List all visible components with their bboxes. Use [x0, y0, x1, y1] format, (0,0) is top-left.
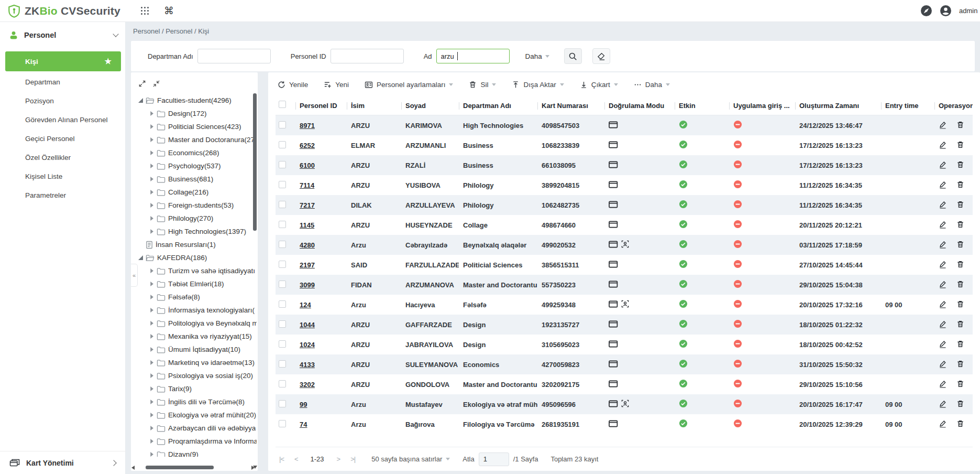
export-button[interactable]: Dışa Aktar — [512, 81, 564, 89]
delete-icon[interactable] — [956, 220, 964, 229]
tree-node[interactable]: Turizm və sahə iqtisadiyyatı — [136, 264, 257, 277]
edit-icon[interactable] — [939, 200, 947, 209]
tree-node[interactable]: Politicial Sciences(423) — [136, 120, 257, 133]
explore-compass-icon[interactable] — [920, 5, 932, 17]
jump-page-input[interactable] — [479, 453, 509, 466]
table-row[interactable]: 7114ARZUYUSIBOVAPhilology389920481511/12… — [276, 175, 973, 195]
table-row[interactable]: 3202ARZUGONDOLOVAMaster and Doctorantu32… — [276, 374, 973, 394]
delete-icon[interactable] — [956, 121, 964, 129]
table-row[interactable]: 7217DILAKARZULLAYEVAPhilology10624827351… — [276, 195, 973, 215]
edit-icon[interactable] — [939, 320, 947, 328]
edit-icon[interactable] — [939, 400, 947, 408]
table-row[interactable]: 8971ARZUKARIMOVAHigh Technologies4098547… — [276, 115, 973, 135]
personnel-id-link[interactable]: 99 — [300, 401, 307, 408]
column-header[interactable]: Uygulama giriş ... — [729, 101, 795, 111]
scroll-left-arrow-icon[interactable] — [131, 466, 135, 470]
row-checkbox[interactable] — [279, 380, 286, 387]
personnel-id-link[interactable]: 1145 — [300, 221, 314, 229]
tree-node[interactable]: Foreign-students(53) — [136, 199, 257, 212]
tree-node[interactable]: KAFEDRA(186) — [136, 251, 257, 264]
tree-node[interactable]: Design(172) — [136, 107, 257, 120]
edit-icon[interactable] — [939, 380, 947, 388]
table-row[interactable]: 6252ELMARARZUMANLIBusiness106823383917/1… — [276, 135, 973, 155]
edit-icon[interactable] — [939, 340, 947, 348]
tree-node[interactable]: İnformasiya texnologiyaları( — [136, 304, 257, 317]
delete-icon[interactable] — [956, 160, 964, 169]
table-row[interactable]: 1024ARZUJABRAYILOVADesign310569502318/10… — [276, 335, 973, 354]
extract-button[interactable]: Çıkart — [580, 81, 618, 89]
new-button[interactable]: Yeni — [324, 81, 349, 89]
tree-expander-icon[interactable] — [148, 334, 155, 339]
tree-node[interactable]: Psixologiya və sosial iş(20) — [136, 369, 257, 382]
sidebar-item[interactable]: Parametreler — [0, 186, 125, 204]
table-row[interactable]: 124ArzuHacıyevaFəlsəfə49925934820/10/202… — [276, 295, 973, 315]
tree-expander-icon[interactable] — [148, 321, 155, 326]
table-row[interactable]: 74ArzuBağırovaFilologiya və Tərcümə26819… — [276, 414, 973, 434]
personnel-id-link[interactable]: 8971 — [300, 122, 315, 130]
tree-expander-icon[interactable] — [148, 203, 155, 208]
tree-expander-icon[interactable] — [148, 400, 155, 404]
delete-icon[interactable] — [956, 340, 964, 348]
delete-icon[interactable] — [956, 419, 964, 428]
sidebar-module-card-management[interactable]: Kart Yönetimi — [0, 451, 125, 474]
table-row[interactable]: 1044ARZUGAFFARZADEDesign192313572718/10/… — [276, 315, 973, 335]
personnel-id-link[interactable]: 124 — [300, 301, 311, 309]
name-filter-input[interactable] — [436, 49, 510, 63]
tree-expander-icon[interactable] — [148, 111, 155, 116]
pager-prev-icon[interactable]: < — [292, 455, 301, 463]
tree-node[interactable]: Fəlsəfə(8) — [136, 290, 257, 304]
expand-all-icon[interactable] — [138, 80, 146, 90]
delete-icon[interactable] — [956, 200, 964, 209]
tree-expander-icon[interactable] — [137, 255, 144, 260]
user-avatar-icon[interactable] — [940, 5, 952, 17]
tree-node[interactable]: İngilis dili və Tərcümə(8) — [136, 395, 257, 408]
sidebar-item[interactable]: Departman — [0, 72, 125, 91]
personnel-id-link[interactable]: 4280 — [300, 241, 315, 249]
more-button[interactable]: Daha — [634, 81, 670, 89]
column-header[interactable]: Departman Adı — [459, 101, 537, 111]
sidebar-item[interactable]: Kişisel Liste — [0, 167, 125, 186]
tree-expander-icon[interactable] — [148, 137, 155, 142]
tree-node[interactable]: Economics(268) — [136, 146, 257, 159]
tree-expander-icon[interactable] — [148, 386, 155, 391]
tree-node[interactable]: Collage(216) — [136, 186, 257, 199]
edit-icon[interactable] — [939, 160, 947, 169]
pager-last-icon[interactable]: >| — [348, 455, 358, 463]
row-checkbox[interactable] — [279, 360, 286, 368]
username-label[interactable]: admin — [959, 7, 980, 15]
department-filter-input[interactable] — [197, 49, 271, 63]
row-checkbox[interactable] — [279, 221, 286, 228]
personnel-id-link[interactable]: 1044 — [300, 321, 315, 329]
favorite-star-icon[interactable]: ★ — [105, 57, 112, 66]
tree-horizontal-scrollbar[interactable] — [134, 465, 250, 470]
tree-node[interactable]: Politologiya və Beynəlxalq m — [136, 317, 257, 330]
pager-next-icon[interactable]: > — [334, 455, 343, 463]
sidebar-item[interactable]: Kişi★ — [5, 51, 121, 71]
tree-expander-icon[interactable] — [148, 216, 155, 221]
personnel-id-link[interactable]: 6100 — [300, 161, 315, 169]
row-checkbox[interactable] — [279, 161, 286, 168]
delete-icon[interactable] — [956, 320, 964, 328]
tree-node[interactable]: Ümumi İqtisadiyyat(10) — [136, 343, 257, 356]
delete-icon[interactable] — [956, 240, 964, 249]
column-header[interactable]: Entry time — [881, 101, 934, 111]
page-size-select[interactable]: 50 sayfa başına satırlar — [371, 455, 450, 463]
row-checkbox[interactable] — [279, 201, 286, 208]
table-row[interactable]: 3099FIDANARZUMANOVAMaster and Doctorantu… — [276, 275, 973, 295]
personnel-id-link[interactable]: 1024 — [300, 341, 315, 349]
tree-node[interactable]: Dizayn(9) — [136, 448, 257, 457]
tree-expander-icon[interactable] — [137, 98, 144, 103]
sidebar-item[interactable]: Pozisyon — [0, 91, 125, 110]
tree-vertical-scrollbar[interactable] — [252, 90, 257, 462]
edit-icon[interactable] — [939, 121, 947, 129]
tree-expander-icon[interactable] — [148, 426, 155, 430]
tree-node[interactable]: Mexanika və riyaziyyat(15) — [136, 330, 257, 343]
personnel-id-link[interactable]: 74 — [300, 421, 307, 428]
column-header[interactable]: Etkin — [675, 101, 729, 111]
edit-icon[interactable] — [939, 419, 947, 428]
tree-node[interactable]: Faculties-student(4296) — [136, 94, 257, 107]
table-row[interactable]: 4280ArzuCəbrayılzadəBeynəlxalq əlaqələr4… — [276, 235, 973, 255]
tree-node[interactable]: Business(681) — [136, 173, 257, 186]
tree-expander-icon[interactable] — [148, 229, 155, 234]
personnel-settings-button[interactable]: Personel ayarlamaları — [365, 81, 453, 89]
